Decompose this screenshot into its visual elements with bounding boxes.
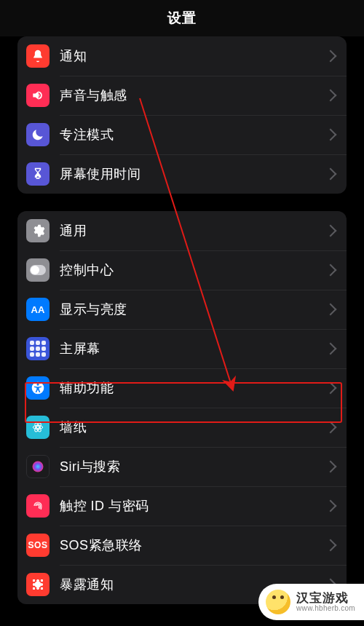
sos-icon: SOS [26, 534, 50, 557]
siri-icon [26, 455, 50, 478]
row-sos[interactable]: SOS SOS紧急联络 [17, 526, 347, 565]
row-display[interactable]: AA 显示与亮度 [17, 290, 347, 329]
speaker-icon [26, 84, 50, 107]
settings-group-1: 通知 声音与触感 专注模式 屏幕使用时间 [17, 36, 347, 194]
row-label: 显示与亮度 [60, 301, 326, 318]
settings-group-2: 通用 控制中心 AA 显示与亮度 主屏幕 辅助功能 墙纸 [17, 211, 347, 604]
chevron-right-icon [325, 343, 337, 355]
row-focus[interactable]: 专注模式 [17, 115, 347, 154]
chevron-right-icon [325, 382, 337, 395]
watermark-logo-icon [266, 590, 290, 614]
row-touchid[interactable]: 触控 ID 与密码 [17, 486, 347, 526]
text-size-icon: AA [26, 298, 50, 321]
chevron-right-icon [325, 264, 337, 277]
row-controlcenter[interactable]: 控制中心 [17, 250, 347, 290]
chevron-right-icon [325, 90, 337, 102]
row-screentime[interactable]: 屏幕使用时间 [17, 154, 347, 194]
chevron-right-icon [325, 50, 337, 63]
flower-icon [26, 416, 50, 439]
chevron-right-icon [325, 225, 337, 237]
toggle-icon [26, 258, 50, 282]
svg-point-6 [33, 461, 44, 472]
row-accessibility[interactable]: 辅助功能 [17, 368, 347, 408]
gear-icon [26, 219, 50, 242]
chevron-right-icon [325, 500, 337, 512]
row-sounds[interactable]: 声音与触感 [17, 76, 347, 115]
chevron-right-icon [325, 461, 337, 473]
row-wallpaper[interactable]: 墙纸 [17, 408, 347, 447]
header: 设置 [0, 0, 364, 36]
row-label: SOS紧急联络 [60, 536, 326, 554]
row-general[interactable]: 通用 [17, 211, 347, 250]
row-homescreen[interactable]: 主屏幕 [17, 329, 347, 368]
chevron-right-icon [325, 304, 337, 316]
row-siri[interactable]: Siri与搜索 [17, 447, 347, 486]
svg-point-2 [36, 426, 39, 429]
row-label: 声音与触感 [60, 87, 326, 104]
row-label: 触控 ID 与密码 [60, 497, 326, 515]
chevron-right-icon [325, 421, 337, 434]
chevron-right-icon [325, 539, 337, 552]
fingerprint-icon [26, 494, 50, 518]
row-notifications[interactable]: 通知 [17, 36, 347, 76]
hourglass-icon [26, 162, 50, 186]
chevron-right-icon [325, 168, 337, 181]
row-label: 辅助功能 [60, 379, 326, 397]
watermark-url: www.hbherb.com [296, 605, 355, 613]
row-label: 主屏幕 [60, 340, 326, 357]
page-title: 设置 [167, 9, 197, 28]
row-label: Siri与搜索 [60, 458, 326, 475]
row-label: 墙纸 [60, 419, 326, 436]
watermark: 汉宝游戏 www.hbherb.com [258, 584, 364, 620]
row-label: 屏幕使用时间 [60, 165, 326, 183]
app-grid-icon [26, 337, 50, 360]
row-label: 通用 [60, 222, 326, 239]
row-label: 控制中心 [60, 261, 326, 279]
exposure-icon [26, 573, 50, 596]
svg-point-1 [37, 384, 39, 386]
chevron-right-icon [325, 129, 337, 141]
accessibility-icon [26, 376, 50, 400]
watermark-brand: 汉宝游戏 [296, 592, 355, 605]
row-label: 通知 [60, 47, 326, 65]
moon-icon [26, 123, 50, 146]
row-label: 专注模式 [60, 126, 326, 143]
bell-icon [26, 44, 50, 68]
